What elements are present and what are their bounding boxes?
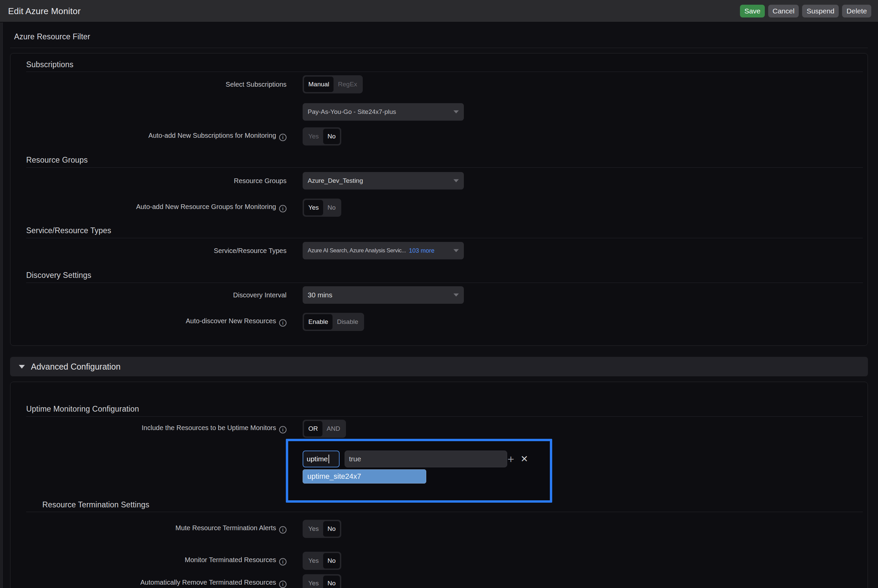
autoadd-subscriptions-yes[interactable]: Yes: [304, 129, 323, 144]
azure-resource-filter-panel: Subscriptions Select Subscriptions Manua…: [10, 53, 868, 346]
text-cursor: [328, 454, 329, 464]
discovery-interval-dropdown[interactable]: 30 mins: [303, 286, 464, 304]
tag-key-input[interactable]: uptime: [303, 451, 340, 467]
select-subscriptions-label: Select Subscriptions: [10, 81, 286, 88]
discovery-interval-value: 30 mins: [308, 291, 333, 299]
autoadd-subscriptions-row: Auto-add New Subscriptions for Monitorin…: [10, 128, 868, 146]
subscription-value-row: Pay-As-You-Go - Site24x7-plus: [10, 103, 868, 121]
autoremove-terminated-yes[interactable]: Yes: [304, 576, 323, 588]
autoadd-resource-groups-row: Auto-add New Resource Groups for Monitor…: [10, 199, 868, 217]
info-icon[interactable]: i: [279, 558, 286, 566]
include-uptime-monitors-label: Include the Resources to be Uptime Monit…: [142, 424, 276, 431]
info-icon[interactable]: i: [279, 580, 286, 588]
cancel-button[interactable]: Cancel: [768, 5, 799, 18]
advanced-configuration-heading: Advanced Configuration: [31, 362, 121, 372]
monitor-terminated-yes[interactable]: Yes: [304, 553, 323, 568]
info-icon[interactable]: i: [279, 205, 286, 212]
autoremove-terminated-row: Automatically Remove Terminated Resource…: [10, 574, 868, 588]
topbar-actions: Save Cancel Suspend Delete: [740, 5, 871, 18]
mute-termination-yes[interactable]: Yes: [304, 521, 323, 537]
resource-groups-row: Resource Groups Azure_Dev_Testing: [10, 172, 868, 190]
chevron-down-icon: [454, 179, 459, 183]
service-resource-types-value: Azure AI Search, Azure Analysis Servic..…: [308, 247, 406, 254]
autoadd-resource-groups-toggle: Yes No: [303, 199, 341, 217]
left-edge-strip: [0, 22, 3, 588]
mute-termination-alerts-row: Mute Resource Termination Alertsi Yes No: [10, 520, 868, 538]
autodiscover-label: Auto-discover New Resources: [186, 317, 276, 325]
save-button[interactable]: Save: [740, 5, 765, 18]
resource-termination-heading: Resource Termination Settings: [42, 500, 150, 509]
subscriptions-dropdown-value: Pay-As-You-Go - Site24x7-plus: [308, 108, 396, 116]
service-resource-types-row: Service/Resource Types Azure AI Search, …: [10, 242, 868, 260]
divider: [26, 72, 863, 72]
monitor-terminated-no[interactable]: No: [323, 553, 340, 568]
uptime-criteria-highlight-box: uptime true + ✕ uptime_site24x7: [286, 439, 552, 502]
remove-criteria-button[interactable]: ✕: [518, 451, 530, 467]
divider: [10, 48, 868, 48]
tag-value-input[interactable]: true: [345, 451, 507, 467]
monitor-terminated-toggle: Yes No: [303, 552, 341, 570]
info-icon[interactable]: i: [279, 319, 286, 327]
delete-button[interactable]: Delete: [842, 5, 871, 18]
page-title: Edit Azure Monitor: [8, 6, 81, 16]
subscriptions-heading: Subscriptions: [26, 60, 73, 69]
autoremove-terminated-no[interactable]: No: [323, 576, 340, 588]
uptime-condition-operator-toggle: OR AND: [303, 420, 346, 438]
autoremove-terminated-label: Automatically Remove Terminated Resource…: [141, 579, 276, 586]
include-uptime-monitors-row: Include the Resources to be Uptime Monit…: [10, 420, 868, 438]
service-resource-types-dropdown[interactable]: Azure AI Search, Azure Analysis Servic..…: [303, 242, 464, 260]
tag-suggestion-item[interactable]: uptime_site24x7: [303, 470, 426, 483]
tag-key-value: uptime: [307, 455, 328, 463]
divider: [26, 238, 863, 238]
autoadd-subscriptions-no[interactable]: No: [323, 129, 340, 144]
monitor-terminated-row: Monitor Terminated Resourcesi Yes No: [10, 552, 868, 570]
autodiscover-row: Auto-discover New Resourcesi Enable Disa…: [10, 313, 868, 331]
chevron-down-icon: [454, 111, 459, 114]
autoremove-terminated-toggle: Yes No: [303, 574, 341, 588]
subscription-mode-manual[interactable]: Manual: [304, 76, 334, 92]
subscription-mode-regex[interactable]: RegEx: [334, 76, 361, 92]
resource-groups-heading: Resource Groups: [26, 156, 88, 165]
mute-termination-alerts-toggle: Yes No: [303, 520, 341, 538]
info-icon[interactable]: i: [279, 526, 286, 534]
plus-icon: +: [508, 453, 514, 466]
autodiscover-toggle: Enable Disable: [303, 313, 364, 331]
discovery-interval-label: Discovery Interval: [10, 291, 286, 299]
divider: [26, 416, 863, 417]
select-subscriptions-row: Select Subscriptions Manual RegEx: [10, 75, 868, 93]
autoadd-resource-groups-no[interactable]: No: [323, 200, 340, 215]
topbar: Edit Azure Monitor Save Cancel Suspend D…: [0, 0, 878, 22]
close-icon: ✕: [521, 454, 528, 464]
resource-groups-dropdown-value: Azure_Dev_Testing: [308, 177, 363, 184]
advanced-configuration-collapse-bar[interactable]: Advanced Configuration: [10, 357, 868, 376]
info-icon[interactable]: i: [279, 134, 286, 141]
autodiscover-enable[interactable]: Enable: [304, 314, 333, 330]
autodiscover-disable[interactable]: Disable: [333, 314, 363, 330]
chevron-down-icon: [454, 249, 459, 252]
resource-groups-label: Resource Groups: [10, 177, 286, 185]
operator-or[interactable]: OR: [304, 421, 322, 436]
advanced-configuration-panel: Uptime Monitoring Configuration Include …: [10, 382, 868, 588]
divider: [26, 167, 863, 168]
resource-groups-dropdown[interactable]: Azure_Dev_Testing: [303, 172, 464, 189]
autoadd-subscriptions-toggle: Yes No: [303, 128, 341, 146]
subscriptions-dropdown[interactable]: Pay-As-You-Go - Site24x7-plus: [303, 103, 464, 121]
service-resource-types-heading: Service/Resource Types: [26, 226, 111, 235]
section-heading-azure-resource-filter: Azure Resource Filter: [14, 32, 90, 41]
autoadd-subscriptions-label: Auto-add New Subscriptions for Monitorin…: [148, 132, 276, 139]
subscription-mode-toggle: Manual RegEx: [303, 75, 363, 93]
divider: [26, 512, 863, 512]
more-services-link[interactable]: 103 more: [409, 247, 435, 254]
tag-value-text: true: [349, 455, 361, 463]
suspend-button[interactable]: Suspend: [802, 5, 839, 18]
autoadd-resource-groups-label: Auto-add New Resource Groups for Monitor…: [136, 203, 276, 210]
discovery-settings-heading: Discovery Settings: [26, 271, 91, 280]
mute-termination-alerts-label: Mute Resource Termination Alerts: [175, 524, 276, 531]
chevron-down-icon: [454, 294, 459, 297]
add-criteria-button[interactable]: +: [505, 451, 517, 467]
monitor-terminated-label: Monitor Terminated Resources: [185, 556, 276, 564]
mute-termination-no[interactable]: No: [323, 521, 340, 537]
info-icon[interactable]: i: [279, 426, 286, 434]
autoadd-resource-groups-yes[interactable]: Yes: [304, 200, 323, 215]
operator-and[interactable]: AND: [322, 421, 345, 436]
